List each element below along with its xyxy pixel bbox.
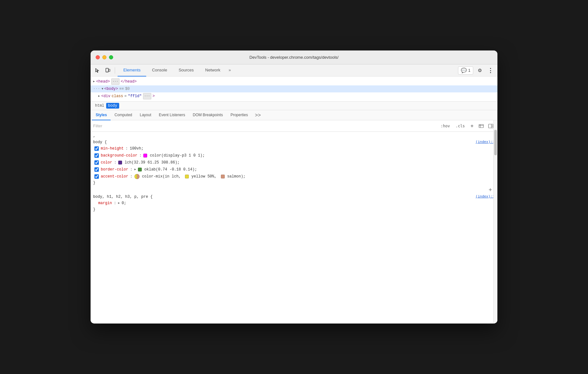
- device-toggle-button[interactable]: [103, 66, 112, 75]
- border-color-value[interactable]: oklab(0.74 -0.18 0.14);: [144, 166, 197, 173]
- tab-event-listeners[interactable]: Event Listeners: [155, 110, 189, 120]
- minimize-button[interactable]: [102, 55, 106, 59]
- margin-property[interactable]: margin: [98, 200, 112, 206]
- cursor-icon: [95, 68, 100, 73]
- devtools-panel: Elements Console Sources Network » 💬 1 ⚙…: [91, 64, 497, 324]
- tab-elements[interactable]: Elements: [118, 64, 146, 77]
- border-color-expand[interactable]: ▶: [134, 166, 136, 173]
- background-color-swatch[interactable]: [143, 154, 147, 157]
- cursor-icon-button[interactable]: [93, 66, 102, 75]
- breadcrumb-html[interactable]: html: [93, 103, 106, 109]
- tab-properties[interactable]: Properties: [227, 110, 252, 120]
- css-rule-border-color: border-color : ▶ oklab(0.74 -0.18 0.14);: [91, 166, 497, 173]
- div-open-tag: <div: [101, 93, 110, 99]
- settings-button[interactable]: ⚙: [475, 66, 484, 75]
- settings-icon: ⚙: [478, 68, 482, 73]
- css-source-body-headings[interactable]: (index):1: [476, 195, 495, 198]
- notification-icon: 💬: [461, 68, 467, 73]
- traffic-lights: [96, 55, 113, 59]
- styles-scrollbar[interactable]: [493, 120, 497, 324]
- accent-color-composite-swatch[interactable]: [134, 174, 140, 179]
- head-html-line[interactable]: ▶ <head> ··· </head>: [91, 78, 497, 85]
- more-options-button[interactable]: ⋮: [486, 66, 495, 75]
- accent-color-checkbox[interactable]: [94, 174, 99, 179]
- tab-dom-breakpoints[interactable]: DOM Breakpoints: [189, 110, 227, 120]
- tab-more-styles[interactable]: >>: [253, 112, 263, 118]
- yellow-swatch[interactable]: [185, 175, 189, 178]
- hov-button[interactable]: :hov: [439, 123, 452, 129]
- add-style-button[interactable]: +: [468, 123, 475, 129]
- min-height-checkbox[interactable]: [94, 146, 99, 151]
- tab-console[interactable]: Console: [146, 64, 173, 77]
- color-checkbox[interactable]: [94, 160, 99, 165]
- tab-styles[interactable]: Styles: [92, 110, 111, 120]
- body-triangle[interactable]: ▶: [99, 88, 105, 90]
- more-options-icon: ⋮: [488, 67, 493, 74]
- head-triangle[interactable]: ▶: [93, 79, 95, 84]
- div-triangle[interactable]: ▶: [98, 93, 100, 99]
- yellow-value[interactable]: yellow 50%,: [191, 173, 219, 180]
- prev-closing-brace: ,: [91, 133, 497, 139]
- background-color-property[interactable]: background-color: [101, 152, 137, 159]
- tab-sources[interactable]: Sources: [173, 64, 200, 77]
- margin-value[interactable]: 0;: [122, 200, 126, 206]
- toolbar-right: 💬 1 ⚙ ⋮: [458, 66, 495, 75]
- toolbar-divider: [115, 67, 115, 74]
- min-height-value[interactable]: 100vh;: [130, 145, 143, 152]
- css-section-body: body { (index):1 min-height : 100vh;: [91, 139, 497, 186]
- div-attr: class: [112, 93, 123, 99]
- css-source-body[interactable]: (index):1: [476, 140, 495, 144]
- head-open-tag: <head>: [96, 79, 110, 84]
- breadcrumb-bar: html body: [91, 101, 497, 110]
- top-tabs: Elements Console Sources Network »: [118, 64, 234, 77]
- fullscreen-button[interactable]: [109, 55, 113, 59]
- border-color-swatch[interactable]: [138, 168, 142, 171]
- tab-layout[interactable]: Layout: [136, 110, 155, 120]
- css-closing-body: }: [91, 180, 497, 186]
- head-ellipsis[interactable]: ···: [111, 78, 120, 85]
- margin-expand[interactable]: ▶: [118, 200, 120, 206]
- accent-color-property[interactable]: accent-color: [101, 173, 128, 180]
- background-color-value[interactable]: color(display-p3 1 0 1);: [150, 152, 205, 159]
- force-state-icon[interactable]: [477, 122, 485, 130]
- css-selector-body-headings[interactable]: body, h1, h2, h3, p, pre {: [93, 195, 153, 199]
- styles-tabs: Styles Computed Layout Event Listeners D…: [91, 110, 497, 120]
- accent-color-swatch-right: [137, 174, 140, 179]
- css-selector-body[interactable]: body {: [93, 140, 107, 144]
- div-html-line[interactable]: ▶ <div class="ff1d" ··· >: [91, 92, 497, 100]
- min-height-property[interactable]: min-height: [101, 145, 124, 152]
- background-color-checkbox[interactable]: [94, 153, 99, 158]
- salmon-value[interactable]: salmon);: [227, 173, 246, 180]
- cls-button[interactable]: .cls: [454, 123, 467, 129]
- accent-color-mix-fn[interactable]: color-mix(in lch,: [142, 173, 183, 180]
- close-button[interactable]: [96, 55, 100, 59]
- body-html-line[interactable]: ··· ▶ <body> == $0: [91, 85, 497, 92]
- tab-computed[interactable]: Computed: [111, 110, 136, 120]
- add-rule-button[interactable]: +: [91, 186, 497, 193]
- border-color-checkbox[interactable]: [94, 167, 99, 172]
- breadcrumb-body[interactable]: body: [106, 103, 119, 109]
- salmon-swatch[interactable]: [221, 175, 225, 178]
- body-dots: ···: [93, 86, 100, 92]
- window-title: DevTools - developer.chrome.com/tags/dev…: [250, 55, 338, 60]
- styles-scrollbar-thumb[interactable]: [494, 130, 497, 155]
- css-rule-min-height: min-height : 100vh;: [91, 145, 497, 152]
- notification-button[interactable]: 💬 1: [458, 66, 473, 75]
- body-equals: ==: [119, 86, 124, 92]
- color-swatch[interactable]: [118, 161, 122, 164]
- css-rule-accent-color: accent-color : color-mix(in lch, yellow …: [91, 173, 497, 180]
- styles-panel: Styles Computed Layout Event Listeners D…: [91, 110, 497, 324]
- color-value[interactable]: lch(32.39 61.25 308.86);: [125, 159, 180, 166]
- head-close-tag: </head>: [121, 79, 137, 84]
- color-property[interactable]: color: [101, 159, 112, 166]
- html-panel: ▶ <head> ··· </head> ··· ▶ <body> == $0 …: [91, 77, 497, 101]
- force-state-svg: [479, 124, 484, 129]
- tab-more[interactable]: »: [226, 64, 233, 77]
- css-content: , body { (index):1 min-height : 100vh;: [91, 132, 497, 324]
- div-ellipsis[interactable]: ···: [143, 93, 151, 99]
- filter-input[interactable]: [93, 124, 436, 128]
- css-rule-background-color: background-color : color(display-p3 1 0 …: [91, 152, 497, 159]
- border-color-property[interactable]: border-color: [101, 166, 128, 173]
- css-closing-body-headings: }: [91, 207, 497, 212]
- tab-network[interactable]: Network: [200, 64, 226, 77]
